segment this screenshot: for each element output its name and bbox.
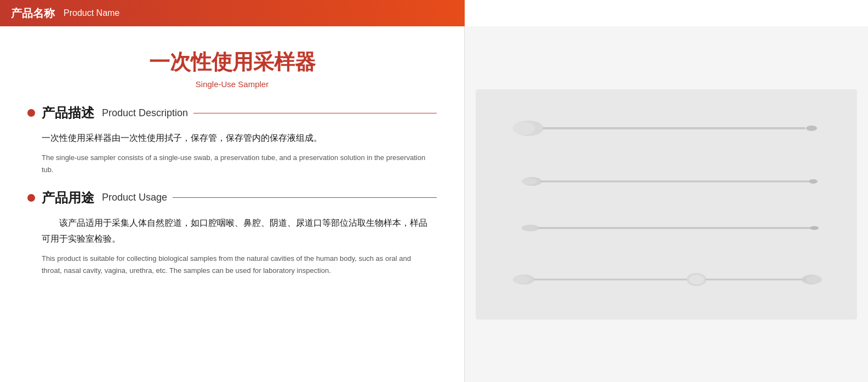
left-panel: 一次性使用采样器 Single-Use Sampler 产品描述 Product… [0,26,465,382]
svg-rect-17 [705,279,807,281]
svg-rect-6 [541,180,809,182]
header-bar: 产品名称 Product Name [0,0,465,26]
description-dot [27,109,35,117]
swab-svg-1 [507,113,825,144]
usage-dot [27,194,35,202]
description-title-zh: 产品描述 [42,104,94,122]
svg-point-3 [806,126,817,131]
right-panel [465,26,868,382]
product-name-zh: 一次性使用采样器 [27,48,437,76]
header-title-en: Product Name [64,8,119,18]
svg-rect-14 [534,279,693,281]
svg-point-16 [689,275,704,284]
header-title-zh: 产品名称 [11,6,55,21]
usage-section-header: 产品用途 Product Usage [27,189,437,207]
description-content: 一次性使用采样器由一次性使用拭子，保存管，保存管内的保存液组成。 The sin… [27,130,437,176]
svg-point-9 [522,225,535,231]
swab-row-4 [492,265,841,295]
svg-rect-10 [538,227,812,229]
svg-point-19 [807,276,822,283]
svg-point-5 [522,178,537,185]
svg-point-13 [513,276,529,283]
swab-svg-3 [507,219,825,238]
swabs-image [476,89,857,320]
svg-rect-2 [542,127,806,129]
usage-title-en: Product Usage [102,192,167,203]
swab-row-1 [492,113,841,144]
description-text-zh: 一次性使用采样器由一次性使用拭子，保存管，保存管内的保存液组成。 [42,130,431,146]
svg-point-11 [810,226,819,230]
main-layout: 一次性使用采样器 Single-Use Sampler 产品描述 Product… [0,26,868,382]
page-container: 产品名称 Product Name 一次性使用采样器 Single-Use Sa… [0,0,868,382]
description-text-en: The single-use sampler consists of a sin… [42,152,431,176]
svg-point-7 [809,179,818,184]
swab-svg-2 [507,170,825,192]
description-section-header: 产品描述 Product Description [27,104,437,122]
usage-title-zh: 产品用途 [42,189,94,207]
usage-text-zh: 该产品适用于采集人体自然腔道，如口腔咽喉、鼻腔、阴道、尿道口等部位沾取生物样本，… [42,215,431,247]
swab-row-3 [492,219,841,238]
usage-line [173,197,437,198]
product-name-en: Single-Use Sampler [27,79,437,89]
swab-svg-4 [507,265,825,295]
usage-content: 该产品适用于采集人体自然腔道，如口腔咽喉、鼻腔、阴道、尿道口等部位沾取生物样本，… [27,215,437,277]
description-title-en: Product Description [102,107,188,119]
svg-point-1 [513,122,535,135]
swab-row-2 [492,170,841,192]
usage-text-en: This product is suitable for collecting … [42,253,431,277]
description-line [193,113,437,113]
